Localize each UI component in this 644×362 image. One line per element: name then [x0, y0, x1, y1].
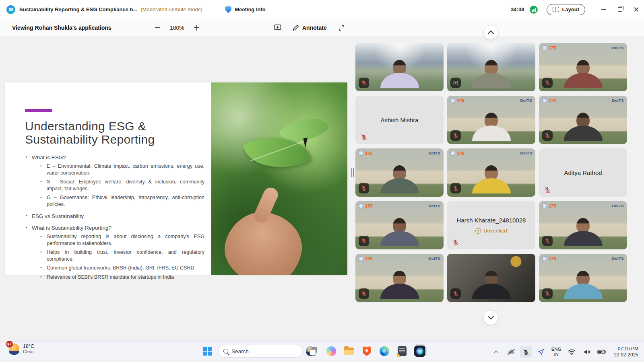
maximize-button[interactable] — [612, 3, 628, 16]
participant-video — [471, 271, 512, 302]
layout-grid-icon — [553, 7, 559, 12]
bullet: G – Governance: Ethical leadership, tran… — [39, 194, 204, 208]
participant-tile[interactable]: 175 DoITS — [539, 201, 627, 249]
wifi-icon[interactable] — [566, 346, 578, 358]
iitr-seal-icon — [542, 256, 547, 261]
bullet: What is ESG? — [25, 154, 209, 160]
layout-button[interactable]: Layout — [547, 4, 585, 15]
iitr-logo: 175 — [450, 98, 464, 103]
language-switcher[interactable]: ENG IN — [550, 347, 563, 357]
expand-icon[interactable] — [337, 23, 346, 32]
participant-tile[interactable]: Aditya Rathod — [539, 148, 627, 197]
doits-watermark: DoITS — [612, 204, 624, 208]
taskbar-clock[interactable]: 07:15 PM 12-02-2025 — [611, 346, 641, 358]
slide-leaf-photo — [211, 82, 347, 275]
show-on-monitor-icon[interactable] — [273, 23, 282, 32]
mic-muted-icon — [452, 239, 459, 246]
meeting-info-button[interactable]: Meeting Info — [225, 6, 266, 13]
participant-tile[interactable]: Harsh Kharate_24810028 Unverified — [447, 201, 535, 249]
participant-video — [471, 113, 512, 144]
iitr-seal-icon — [450, 98, 455, 103]
participant-video — [562, 218, 604, 249]
presentation-slide: Understanding ESG & Sustainability Repor… — [5, 82, 347, 275]
mic-muted-icon — [450, 288, 461, 299]
participant-tile[interactable]: 175 DoITS — [539, 96, 627, 144]
participant-tile[interactable] — [355, 43, 444, 91]
battery-charging-icon[interactable] — [596, 346, 608, 358]
zoom-level: 100% — [170, 25, 184, 31]
window-titlebar: W Sustainability Reporting & ESG Complia… — [0, 0, 644, 19]
shield-icon — [225, 6, 231, 13]
search-input[interactable] — [231, 348, 303, 354]
participant-grid: 175 DoITS Ashish Mishra 175 DoITS 175 Do… — [355, 43, 627, 302]
bullet: Common global frameworks: BRSR (India), … — [39, 265, 204, 272]
notepad-icon[interactable] — [395, 344, 409, 358]
iitr-logo: 175 — [542, 204, 556, 208]
participant-video — [471, 60, 512, 91]
slide-accent-bar — [25, 109, 52, 112]
weather-widget[interactable]: 9+ 18°C Clear — [9, 343, 34, 354]
iitr-logo: 175 — [359, 151, 372, 156]
iitr-seal-icon — [359, 256, 363, 261]
slide-title: Understanding ESG & Sustainability Repor… — [25, 119, 155, 146]
doits-watermark: DoITS — [429, 204, 440, 208]
taskbar-search[interactable] — [218, 345, 303, 358]
meeting-timer: 34:38 — [511, 6, 524, 12]
participant-tile[interactable] — [447, 254, 535, 302]
participant-tile[interactable]: 175 DoITS — [447, 96, 535, 144]
close-button[interactable] — [628, 3, 644, 16]
start-button[interactable] — [200, 344, 214, 358]
mic-muted-icon — [450, 183, 461, 193]
panel-resize-handle[interactable] — [351, 167, 355, 178]
notification-count-badge: 9+ — [6, 341, 13, 348]
location-in-use-icon[interactable] — [535, 346, 547, 358]
windows-taskbar: 9+ 18°C Clear W ENG — [0, 341, 644, 362]
search-icon — [223, 349, 228, 354]
scroll-participants-down-button[interactable] — [483, 310, 498, 325]
edge-browser-icon[interactable] — [378, 344, 391, 358]
mic-muted-icon — [544, 186, 551, 193]
iitr-logo: 175 — [542, 45, 556, 50]
iitr-seal-icon — [359, 151, 363, 156]
mic-muted-icon — [542, 78, 553, 88]
participant-tile[interactable]: Ashish Mishra — [355, 96, 444, 144]
webex-logo-icon: W — [6, 5, 15, 14]
copilot-icon[interactable] — [324, 344, 338, 358]
iitr-seal-icon — [542, 45, 547, 50]
file-explorer-icon[interactable] — [342, 344, 356, 358]
mic-muted-icon — [359, 183, 369, 193]
tray-overflow-chevron[interactable] — [490, 346, 502, 358]
participant-tile[interactable]: 175 DoITS — [447, 148, 535, 197]
screen-share-icon — [450, 78, 461, 88]
participant-video — [379, 165, 421, 197]
bullet: Helps in building trust, investor confid… — [39, 249, 204, 262]
participant-tile[interactable]: 175 DoITS — [355, 201, 444, 249]
participant-tile[interactable] — [447, 43, 535, 91]
iitr-logo: 175 — [542, 256, 556, 261]
participant-video — [379, 60, 421, 91]
volume-icon[interactable] — [581, 346, 593, 358]
doits-watermark: DoITS — [612, 45, 624, 50]
participant-tile[interactable]: 175 DoITS — [539, 43, 627, 91]
bullet: E – Environmental: Climate impact, carbo… — [39, 163, 204, 176]
participant-tile[interactable]: 175 DoITS — [355, 148, 444, 197]
collapse-panel-button[interactable] — [483, 25, 498, 40]
participant-video — [379, 271, 421, 302]
annotate-button[interactable]: Annotate — [292, 25, 327, 31]
zoom-out-button[interactable] — [153, 23, 162, 32]
participant-tile[interactable]: 175 DoITS — [539, 254, 627, 302]
minimize-button[interactable] — [596, 3, 612, 16]
slide-bullets: What is ESG? E – Environmental: Climate … — [25, 150, 209, 280]
shared-content-stage: Understanding ESG & Sustainability Repor… — [0, 36, 644, 341]
mic-muted-icon — [359, 288, 369, 299]
connection-quality-icon[interactable] — [530, 6, 538, 14]
weather-condition: Clear — [23, 349, 34, 354]
mic-muted-icon — [542, 288, 553, 299]
webex-app-icon[interactable]: W — [413, 344, 427, 358]
participant-tile[interactable]: 175 DoITS — [355, 254, 444, 302]
onedrive-offline-icon[interactable] — [505, 346, 517, 358]
mic-muted-icon — [542, 236, 553, 246]
tray-mic-muted-icon[interactable] — [520, 346, 532, 358]
zoom-in-button[interactable] — [192, 23, 201, 32]
brave-browser-icon[interactable] — [360, 344, 374, 358]
